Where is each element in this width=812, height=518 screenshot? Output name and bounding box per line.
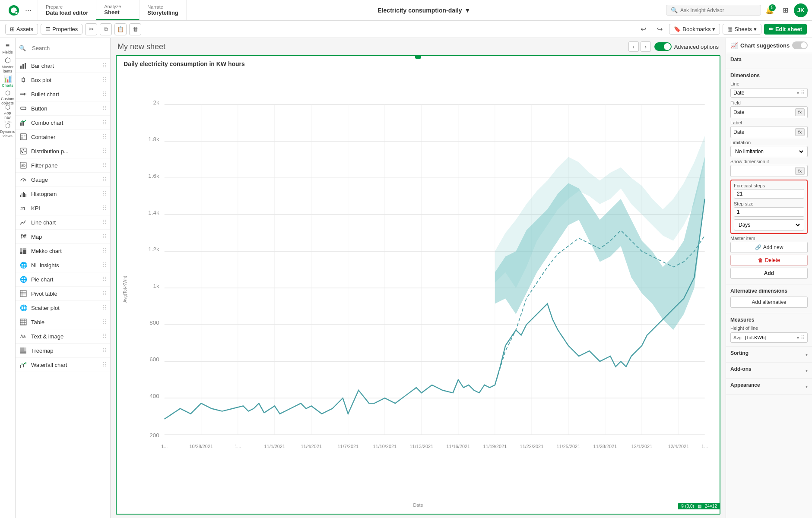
- step-size-input[interactable]: [734, 207, 804, 217]
- svg-line-27: [23, 179, 25, 181]
- chart-suggestions-toggle[interactable]: [792, 41, 808, 49]
- panel-item-bullet-chart[interactable]: Bullet chart ⠿: [16, 87, 110, 101]
- advanced-options-switch[interactable]: [654, 42, 672, 51]
- text-image-label: Text & image: [31, 333, 99, 340]
- forecast-steps-input[interactable]: [734, 189, 804, 199]
- step-unit-dropdown[interactable]: Days Hours Weeks Months: [734, 219, 804, 231]
- panel-item-combo-chart[interactable]: Combo chart ⠿: [16, 116, 110, 130]
- limitation-select[interactable]: No limitation: [733, 148, 805, 155]
- notifications-button[interactable]: 🔔 5: [763, 3, 777, 17]
- add-button[interactable]: Add: [730, 268, 808, 279]
- advanced-options-toggle[interactable]: Advanced options: [654, 42, 719, 51]
- panel-item-line-chart[interactable]: Line chart ⠿: [16, 215, 110, 230]
- panel-item-pie-chart[interactable]: 🌐 Pie chart ⠿: [16, 272, 110, 287]
- cut-button[interactable]: ✂: [85, 23, 97, 35]
- redo-button[interactable]: ↪: [653, 22, 666, 36]
- panel-item-pivot-table[interactable]: Pivot table ⠿: [16, 287, 110, 301]
- edit-sheet-button[interactable]: ✏ Edit sheet: [764, 24, 807, 35]
- nav-prev-button[interactable]: ‹: [628, 41, 639, 52]
- pivot-table-label: Pivot table: [31, 291, 99, 297]
- field-fx-button[interactable]: fx: [795, 108, 805, 116]
- panel-item-filter-pane[interactable]: ab Filter pane ⠿: [16, 158, 110, 173]
- nl-insights-icon: 🌐: [19, 261, 28, 269]
- user-avatar[interactable]: JK: [794, 3, 808, 17]
- insight-advisor-input[interactable]: [680, 7, 749, 13]
- svg-text:ab: ab: [21, 163, 25, 167]
- sidebar-item-charts[interactable]: 📊 Charts: [1, 74, 15, 88]
- panel-item-waterfall-chart[interactable]: Waterfall chart ⠿: [16, 358, 110, 372]
- sidebar-item-dynamic-views[interactable]: ⬡ Dynamic views: [1, 123, 15, 137]
- trash-icon: 🗑: [758, 257, 763, 263]
- dimensions-section: Dimensions Line Date ▾ ⠿ Field Date fx L…: [726, 69, 812, 284]
- panel-item-box-plot[interactable]: Box plot ⠿: [16, 73, 110, 87]
- panel-item-container[interactable]: Container ⠿: [16, 130, 110, 144]
- panel-item-scatter-plot[interactable]: 🌐 Scatter plot ⠿: [16, 301, 110, 315]
- apps-grid-button[interactable]: ⊞: [778, 3, 792, 17]
- nav-buttons: ‹ ›: [628, 41, 651, 52]
- addons-section[interactable]: Add-ons ▾: [726, 363, 812, 379]
- appearance-section[interactable]: Appearance ▾: [726, 379, 812, 395]
- sidebar-item-master-items[interactable]: ⬡ Master items: [1, 58, 15, 72]
- undo-button[interactable]: ↩: [636, 22, 650, 36]
- copy-button[interactable]: ⧉: [100, 23, 112, 35]
- top-handle[interactable]: [415, 55, 421, 59]
- svg-text:10/28/2021: 10/28/2021: [189, 444, 213, 449]
- date-dimension-row[interactable]: Date ▾ ⠿: [730, 88, 808, 98]
- add-new-button[interactable]: 🔗 Add new: [730, 242, 808, 253]
- sorting-section[interactable]: Sorting ▾: [726, 347, 812, 363]
- panel-item-kpi[interactable]: #1 KPI ⠿: [16, 201, 110, 215]
- panel-item-bar-chart[interactable]: Bar chart ⠿: [16, 59, 110, 73]
- panel-search-area: 🔍: [16, 38, 110, 59]
- delete-button[interactable]: 🗑 Delete: [730, 255, 808, 266]
- master-item-label: Master item: [730, 236, 808, 241]
- nav-next-button[interactable]: ›: [641, 41, 651, 52]
- prepare-section[interactable]: Prepare Data load editor: [38, 0, 96, 20]
- forecast-steps-label: Forecast steps: [734, 183, 804, 188]
- panel-item-nl-insights[interactable]: 🌐 NL Insights ⠿: [16, 258, 110, 272]
- container-icon: [19, 133, 28, 141]
- charts-icon: 📊: [3, 75, 12, 83]
- panel-item-button[interactable]: Button ⠿: [16, 101, 110, 116]
- panel-item-table[interactable]: Table ⠿: [16, 315, 110, 329]
- app-title-text: Electricity consumption-daily: [377, 7, 462, 14]
- sidebar-item-custom-objects[interactable]: ⬡ Custom objects: [1, 91, 15, 104]
- label-fx-button[interactable]: fx: [795, 128, 805, 136]
- step-size-label: Step size: [734, 201, 804, 206]
- show-dimension-fx-button[interactable]: fx: [795, 167, 805, 175]
- sidebar-item-app-nav[interactable]: ⬡ App nav links: [1, 107, 15, 121]
- insight-advisor-search[interactable]: 🔍: [666, 5, 761, 16]
- panel-item-distribution-p[interactable]: Distribution p... ⠿: [16, 144, 110, 158]
- panel-item-map[interactable]: 🗺 Map ⠿: [16, 230, 110, 244]
- app-title[interactable]: Electricity consumption-daily ▼: [377, 7, 470, 14]
- add-alternative-button[interactable]: Add alternative: [730, 297, 808, 308]
- svg-point-3: [15, 12, 17, 14]
- analyze-section[interactable]: Analyze Sheet: [96, 0, 140, 20]
- sheets-button[interactable]: ▦ Sheets ▾: [723, 24, 761, 35]
- panel-item-text-image[interactable]: Aa Text & image ⠿: [16, 329, 110, 344]
- panel-item-mekko-chart[interactable]: Mekko chart ⠿: [16, 244, 110, 258]
- field-label: Field: [730, 100, 808, 105]
- measures-field-row[interactable]: Avg [Tot-KWh] ▾ ⠿: [730, 332, 808, 343]
- delete-button[interactable]: 🗑: [129, 23, 141, 35]
- addons-row[interactable]: Add-ons ▾: [730, 366, 808, 375]
- limitation-dropdown[interactable]: No limitation: [730, 146, 808, 157]
- narrate-section[interactable]: Narrate Storytelling: [140, 0, 187, 20]
- paste-button[interactable]: 📋: [114, 23, 127, 35]
- chart-svg: 200 400 600 800 1k 1.2k 1.4k 1.6k 1.8k 2…: [138, 69, 715, 496]
- toolbar-left: ⊞ Assets ☰ Properties ✂ ⧉ 📋 🗑: [5, 23, 141, 35]
- appearance-row[interactable]: Appearance ▾: [730, 382, 808, 391]
- bookmarks-button[interactable]: 🔖 Bookmarks ▾: [669, 24, 720, 35]
- step-unit-select[interactable]: Days Hours Weeks Months: [737, 221, 801, 228]
- svg-rect-14: [20, 123, 22, 126]
- svg-text:200: 200: [149, 432, 159, 439]
- panel-search-input[interactable]: [29, 41, 107, 55]
- panel-item-treemap[interactable]: Treemap ⠿: [16, 344, 110, 358]
- panel-item-histogram[interactable]: Histogram ⠿: [16, 187, 110, 201]
- properties-button[interactable]: ☰ Properties: [41, 24, 82, 35]
- sidebar-item-fields[interactable]: ≡ Fields: [1, 41, 15, 55]
- assets-button[interactable]: ⊞ Assets: [5, 24, 38, 35]
- sorting-row[interactable]: Sorting ▾: [730, 350, 808, 359]
- logo-area[interactable]: ···: [0, 0, 38, 20]
- menu-dots[interactable]: ···: [25, 6, 32, 15]
- panel-item-gauge[interactable]: Gauge ⠿: [16, 173, 110, 187]
